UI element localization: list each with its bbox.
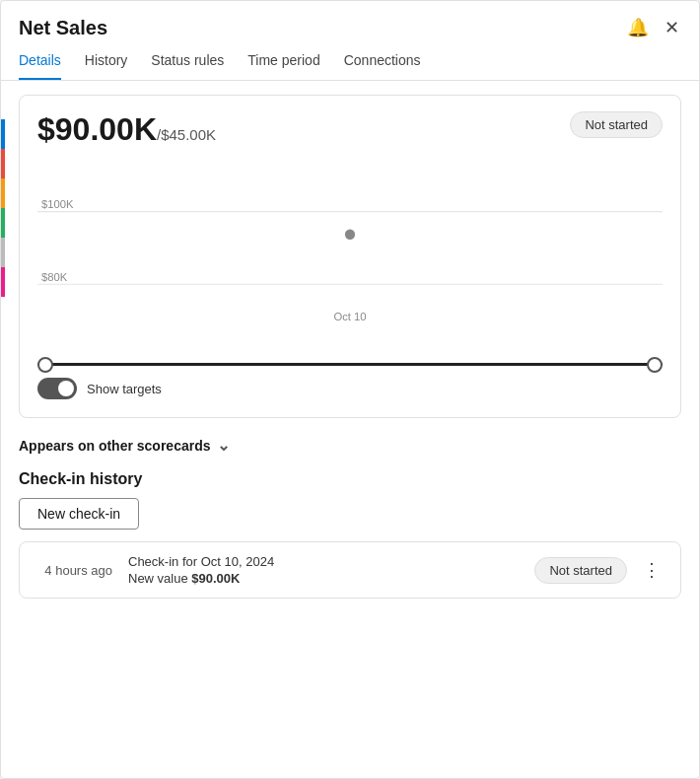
- checkin-value-amount: $90.00K: [191, 571, 240, 586]
- bell-button[interactable]: 🔔: [625, 15, 651, 40]
- checkin-more-button[interactable]: ⋮: [637, 557, 666, 583]
- main-content: $90.00K/$45.00K Not started $100K $80K O…: [1, 81, 699, 778]
- range-track: [37, 363, 663, 366]
- chevron-down-icon: ⌄: [217, 436, 230, 455]
- status-badge: Not started: [570, 111, 663, 138]
- checkin-time-ago: 4 hours ago: [34, 563, 112, 578]
- tab-connections[interactable]: Connections: [344, 52, 421, 80]
- appears-on-scorecards[interactable]: Appears on other scorecards ⌄: [19, 436, 681, 455]
- appears-on-label: Appears on other scorecards: [19, 438, 211, 454]
- range-thumb-right[interactable]: [647, 357, 663, 373]
- toggle-label: Show targets: [87, 382, 162, 396]
- checkin-info: Check-in for Oct 10, 2024 New value $90.…: [128, 554, 519, 586]
- checkin-date: Check-in for Oct 10, 2024: [128, 554, 519, 569]
- checkin-right: Not started ⋮: [534, 557, 666, 584]
- svg-point-5: [345, 230, 355, 241]
- checkin-history-title: Check-in history: [19, 470, 681, 488]
- toggle-knob: [58, 381, 74, 396]
- chart-svg: $100K $80K Oct 10: [37, 160, 663, 357]
- show-targets-toggle[interactable]: [37, 378, 77, 399]
- svg-text:$100K: $100K: [41, 198, 74, 210]
- metric-value: $90.00K: [37, 111, 157, 147]
- header: Net Sales 🔔 ✕: [1, 1, 699, 40]
- main-panel: Net Sales 🔔 ✕ Details History Status rul…: [0, 0, 700, 779]
- metric-target: /$45.00K: [157, 126, 216, 143]
- tab-bar: Details History Status rules Time period…: [1, 44, 699, 81]
- checkin-status-badge: Not started: [534, 557, 627, 584]
- svg-text:$80K: $80K: [41, 271, 68, 283]
- metric-card: $90.00K/$45.00K Not started $100K $80K O…: [19, 95, 681, 418]
- checkin-history-section: Check-in history New check-in 4 hours ag…: [19, 468, 681, 599]
- close-button[interactable]: ✕: [663, 15, 681, 40]
- metric-display: $90.00K/$45.00K: [37, 111, 216, 148]
- tab-status-rules[interactable]: Status rules: [151, 52, 224, 80]
- left-accent: [1, 119, 5, 317]
- close-icon: ✕: [665, 17, 679, 38]
- tab-history[interactable]: History: [85, 52, 128, 80]
- chart-area: $100K $80K Oct 10: [37, 160, 663, 357]
- range-thumb-left[interactable]: [37, 357, 53, 373]
- tab-time-period[interactable]: Time period: [247, 52, 319, 80]
- svg-text:Oct 10: Oct 10: [333, 311, 366, 322]
- new-checkin-button[interactable]: New check-in: [19, 498, 139, 530]
- checkin-item: 4 hours ago Check-in for Oct 10, 2024 Ne…: [19, 541, 681, 599]
- header-icons: 🔔 ✕: [625, 15, 681, 40]
- checkin-new-value: New value $90.00K: [128, 571, 519, 586]
- toggle-row: Show targets: [37, 378, 663, 399]
- range-slider[interactable]: [37, 363, 663, 366]
- card-top: $90.00K/$45.00K Not started: [37, 111, 663, 148]
- panel-title: Net Sales: [19, 17, 107, 39]
- tab-details[interactable]: Details: [19, 52, 61, 80]
- bell-icon: 🔔: [627, 17, 649, 38]
